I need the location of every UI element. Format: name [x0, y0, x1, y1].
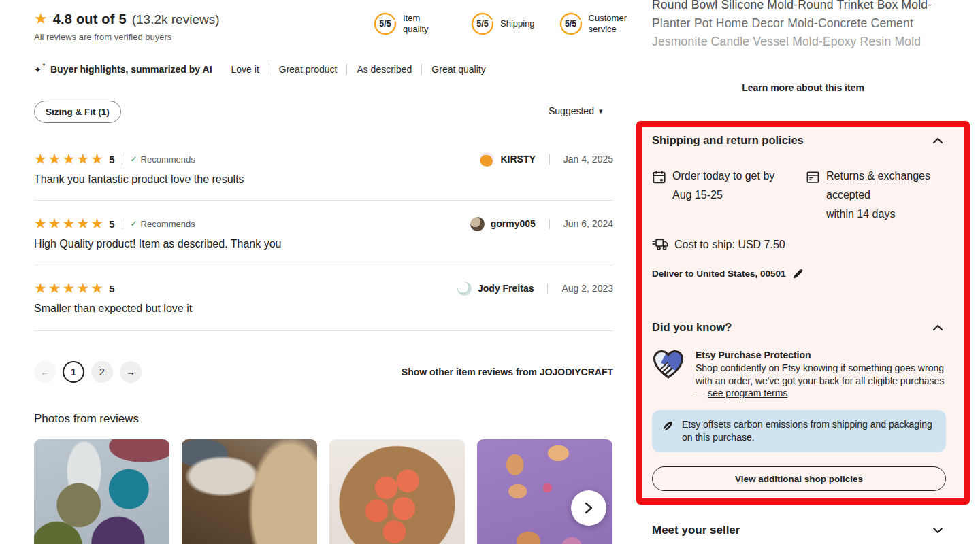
divider: [122, 154, 122, 165]
check-icon: ✓: [130, 154, 137, 164]
divider: [346, 64, 347, 75]
did-you-know-accordion[interactable]: Did you know?: [652, 321, 943, 334]
review-text: High Quality product! Item as described.…: [34, 238, 613, 250]
rating-ring-icon: 5/5: [374, 12, 397, 35]
shipping-cost-text: Cost to ship: USD 7.50: [674, 239, 785, 251]
chevron-down-icon: [932, 527, 943, 534]
returns-policy: Returns & exchanges accepted within 14 d…: [806, 167, 930, 224]
divider: [421, 64, 422, 75]
review-photo-2[interactable]: [182, 439, 317, 544]
chevron-right-icon: [583, 501, 595, 515]
review-photos: [34, 439, 612, 544]
review-rating: 5: [109, 218, 114, 230]
chevron-up-icon: [932, 324, 943, 331]
shipping-policies-title: Shipping and return policies: [652, 134, 804, 147]
badge-label: Customer service: [589, 13, 632, 35]
rating-badges: 5/5 Item quality 5/5 Shipping 5/5 Custom…: [374, 12, 632, 35]
review-text: Thank you fantastic product love the res…: [34, 173, 613, 186]
protection-body: Shop confidently on Etsy knowing if some…: [696, 362, 949, 400]
leaf-icon: [662, 420, 674, 444]
view-shop-policies-button[interactable]: View additional shop policies: [652, 466, 946, 491]
reviewer-name[interactable]: KIRSTY: [500, 154, 535, 165]
delivery-estimate: Order today to get by Aug 15-25: [652, 167, 806, 224]
rating-score: 4.8 out of 5: [53, 12, 127, 27]
review-text: Smaller than expected but love it: [34, 303, 613, 315]
badge-item-quality: 5/5 Item quality: [374, 12, 446, 35]
highlight-tag-great-quality[interactable]: Great quality: [431, 64, 485, 75]
meet-your-seller-title: Meet your seller: [652, 524, 740, 537]
chevron-up-icon: [932, 137, 943, 144]
rating-ring-icon: 5/5: [559, 12, 583, 35]
recommends-label: Recommends: [141, 219, 195, 229]
avatar[interactable]: [457, 282, 472, 296]
purchase-protection: Etsy Purchase Protection Shop confidentl…: [652, 350, 949, 400]
shipping-policies-panel: Shipping and return policies Order today…: [642, 127, 964, 498]
other-reviews-link[interactable]: Show other item reviews from JOJODIYCRAF…: [34, 367, 613, 377]
carbon-offset-text: Etsy offsets carbon emissions from shipp…: [682, 418, 936, 444]
avatar[interactable]: [480, 152, 494, 167]
shipping-policies-accordion[interactable]: Shipping and return policies: [652, 134, 943, 147]
divider: [547, 284, 548, 294]
five-stars-icon: ★★★★★: [34, 216, 105, 232]
caret-down-icon: ▾: [599, 107, 603, 116]
returns-exchanges-link[interactable]: Returns & exchanges: [826, 170, 930, 182]
learn-more-link[interactable]: Learn more about this item: [636, 82, 970, 93]
divider: [549, 219, 550, 229]
review-date: Jun 6, 2024: [564, 218, 613, 229]
shipping-cost: Cost to ship: USD 7.50: [652, 238, 785, 251]
review-summary: ★ 4.8 out of 5 (13.2k reviews) All revie…: [34, 11, 220, 42]
highlights-title: Buyer highlights, summarized by AI: [50, 64, 212, 75]
badge-customer-service: 5/5 Customer service: [559, 12, 632, 35]
badge-shipping: 5/5 Shipping: [471, 12, 535, 35]
sort-dropdown[interactable]: Suggested ▾: [549, 105, 602, 116]
returns-box-icon: [806, 170, 820, 224]
did-you-know-title: Did you know?: [652, 321, 732, 334]
review-row: ★★★★★ 5 ✓ Recommends KIRSTY Jan 4, 2025 …: [34, 151, 613, 201]
highlight-tag-great-product[interactable]: Great product: [279, 64, 338, 75]
review-row: ★★★★★ 5 ✓ Recommends gormy005 Jun 6, 202…: [34, 216, 613, 265]
star-icon: ★: [34, 11, 48, 27]
rating-ring-icon: 5/5: [471, 12, 494, 35]
calendar-icon: [652, 170, 666, 224]
sparkle-icon: ✦ ✦: [34, 63, 48, 75]
deliver-to-text: Deliver to United States, 00501: [652, 269, 786, 279]
edit-pencil-icon[interactable]: [793, 269, 803, 279]
annotation-highlight-box: Shipping and return policies Order today…: [636, 121, 970, 505]
check-icon: ✓: [130, 219, 137, 228]
program-terms-link[interactable]: see program terms: [708, 388, 787, 398]
sort-label: Suggested: [549, 105, 594, 116]
review-photo-3[interactable]: [329, 439, 465, 544]
review-count: (13.2k reviews): [132, 12, 220, 27]
returns-window-text: within 14 days: [826, 208, 895, 220]
review-date: Jan 4, 2025: [564, 154, 613, 165]
truck-icon: [652, 238, 668, 251]
divider: [122, 219, 122, 229]
order-today-text: Order today to get by: [672, 170, 774, 182]
protection-title: Etsy Purchase Protection: [696, 350, 949, 360]
reviewer-name[interactable]: Jody Freitas: [478, 283, 534, 294]
product-title: Round Bowl Silicone Mold-Round Trinket B…: [652, 0, 951, 51]
review-row: ★★★★★ 5 Jody Freitas Aug 2, 2023 Smaller…: [34, 280, 613, 331]
divider: [549, 154, 550, 165]
meet-your-seller-accordion[interactable]: Meet your seller: [652, 524, 943, 537]
badge-label: Item quality: [403, 13, 446, 35]
buyer-highlights: ✦ ✦ Buyer highlights, summarized by AI L…: [34, 63, 486, 75]
carbon-offset-banner: Etsy offsets carbon emissions from shipp…: [652, 410, 946, 452]
next-photos-button[interactable]: [571, 490, 606, 526]
reviewer-name[interactable]: gormy005: [491, 218, 536, 229]
verified-note: All reviews are from verified buyers: [34, 32, 220, 42]
highlight-tag-as-described[interactable]: As described: [357, 64, 412, 75]
delivery-date-range[interactable]: Aug 15-25: [672, 189, 723, 201]
heart-handshake-icon: [652, 350, 685, 400]
photos-from-reviews-title: Photos from reviews: [34, 412, 139, 426]
returns-accepted-link[interactable]: accepted: [826, 189, 870, 201]
highlight-tag-love-it[interactable]: Love it: [231, 64, 259, 75]
review-rating: 5: [109, 154, 114, 165]
avatar[interactable]: [470, 217, 485, 231]
deliver-to: Deliver to United States, 00501: [652, 269, 803, 279]
filter-chip-sizing-fit[interactable]: Sizing & Fit (1): [34, 101, 121, 123]
review-date: Aug 2, 2023: [561, 283, 613, 294]
etsy-reviews-page: ★ 4.8 out of 5 (13.2k reviews) All revie…: [0, 0, 980, 544]
review-photo-1[interactable]: [34, 439, 169, 544]
review-rating: 5: [109, 283, 114, 294]
